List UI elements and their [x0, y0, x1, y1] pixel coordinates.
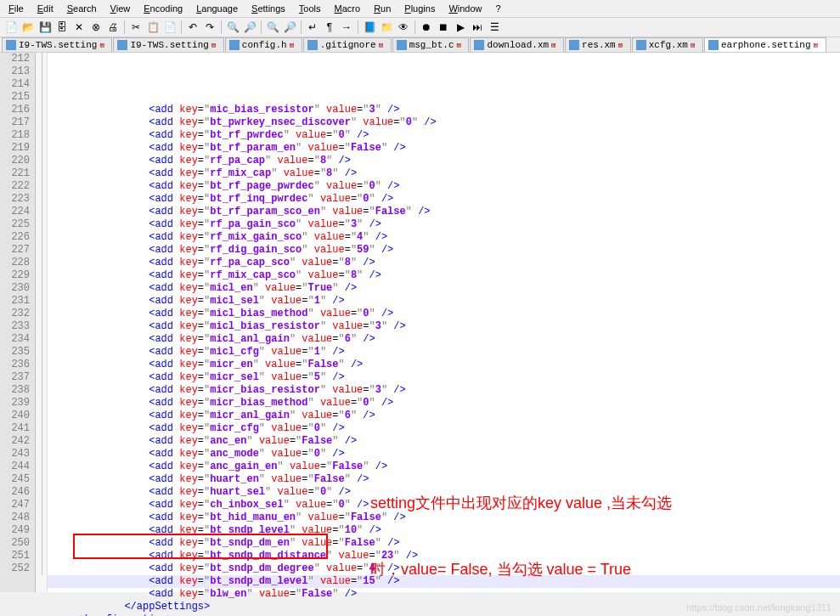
code-line[interactable]: <add key="bt_sndp_dm_distance" value="23…: [48, 550, 840, 562]
code-line[interactable]: <add key="rf_mix_cap" value="8" />: [48, 167, 840, 180]
fold-marker[interactable]: [36, 333, 47, 346]
code-line[interactable]: <add key="micr_bias_method" value="0" />: [48, 397, 840, 410]
code-line[interactable]: <add key="rf_mix_cap_sco" value="8" />: [48, 269, 840, 282]
tab-0[interactable]: I9-TWS.setting⊠: [2, 37, 112, 52]
fold-marker[interactable]: [36, 269, 47, 282]
menu-edit[interactable]: Edit: [32, 2, 59, 15]
fold-marker[interactable]: [36, 308, 47, 320]
open-file-button[interactable]: 📂: [20, 20, 36, 35]
menu-?[interactable]: ?: [491, 2, 506, 15]
fold-marker[interactable]: [36, 206, 47, 218]
tab-close-icon[interactable]: ⊠: [290, 41, 298, 49]
tab-close-icon[interactable]: ⊠: [814, 41, 822, 49]
fold-marker[interactable]: [36, 550, 47, 562]
wrap-button[interactable]: ↵: [305, 20, 320, 35]
menu-run[interactable]: Run: [369, 2, 396, 15]
close-button[interactable]: ✕: [71, 20, 87, 35]
tab-5[interactable]: download.xm⊠: [470, 37, 564, 52]
fold-marker[interactable]: [36, 155, 47, 167]
code-line[interactable]: <add key="micr_bias_resistor" value="3" …: [48, 384, 840, 397]
fold-marker[interactable]: [36, 320, 47, 333]
fold-marker[interactable]: [36, 397, 47, 410]
fold-column[interactable]: [36, 53, 48, 592]
code-line[interactable]: <add key="micr_sel" value="5" />: [48, 371, 840, 384]
tab-7[interactable]: xcfg.xm⊠: [632, 37, 703, 52]
fold-marker[interactable]: [36, 346, 47, 359]
code-line[interactable]: <add key="bt_rf_page_pwrdec" value="0" /…: [48, 180, 840, 193]
fold-marker[interactable]: [36, 448, 47, 461]
record-button[interactable]: ⏺: [419, 20, 434, 35]
fold-marker[interactable]: [36, 53, 47, 65]
fold-marker[interactable]: [36, 78, 47, 91]
code-line[interactable]: <add key="bt_sndp_level" value="10" />: [48, 524, 840, 537]
fold-marker[interactable]: [36, 562, 47, 575]
play-multi-button[interactable]: ⏭: [470, 20, 485, 35]
show-all-button[interactable]: ¶: [322, 20, 337, 35]
save-button[interactable]: 💾: [37, 20, 53, 35]
code-line[interactable]: <add key="rf_pa_gain_sco" value="3" />: [48, 218, 840, 231]
code-line[interactable]: <add key="anc_gain_en" value="False" />: [48, 461, 840, 473]
fold-marker[interactable]: [36, 435, 47, 448]
menu-search[interactable]: Search: [62, 2, 102, 15]
code-line[interactable]: <add key="micr_cfg" value="0" />: [48, 422, 840, 435]
code-line[interactable]: <add key="bt_rf_inq_pwrdec" value="0" />: [48, 193, 840, 206]
menu-settings[interactable]: Settings: [246, 2, 290, 15]
code-line[interactable]: <add key="micr_en" value="False" />: [48, 359, 840, 371]
code-line[interactable]: <add key="bt_hid_manu_en" value="False" …: [48, 511, 840, 524]
menu-language[interactable]: Language: [191, 2, 243, 15]
fold-marker[interactable]: [36, 167, 47, 180]
tab-6[interactable]: res.xm⊠: [565, 37, 631, 52]
code-line[interactable]: <add key="bt_sndp_dm_en" value="False" /…: [48, 537, 840, 550]
tab-1[interactable]: I9-TWS.setting⊠: [113, 37, 223, 52]
fold-marker[interactable]: [36, 282, 47, 295]
tab-8[interactable]: earphone.setting⊠: [704, 37, 826, 52]
fold-marker[interactable]: [36, 524, 47, 537]
code-line[interactable]: <add key="bt_rf_param_en" value="False" …: [48, 142, 840, 155]
copy-button[interactable]: 📋: [145, 20, 161, 35]
stop-record-button[interactable]: ⏹: [436, 20, 451, 35]
fold-marker[interactable]: [36, 422, 47, 435]
fold-marker[interactable]: [36, 116, 47, 129]
code-line[interactable]: <add key="rf_dig_gain_sco" value="59" />: [48, 244, 840, 257]
fold-marker[interactable]: [36, 129, 47, 142]
fold-marker[interactable]: [36, 180, 47, 193]
code-line[interactable]: <add key="rf_pa_cap" value="8" />: [48, 155, 840, 167]
code-line[interactable]: <add key="bt_sndp_dm_degree" value="4" /…: [48, 562, 840, 575]
paste-button[interactable]: 📄: [162, 20, 178, 35]
tab-close-icon[interactable]: ⊠: [551, 41, 560, 49]
code-line[interactable]: <add key="micl_cfg" value="1" />: [48, 346, 840, 359]
code-content[interactable]: setting文件中出现对应的key value ,当未勾选 时，value= …: [48, 53, 840, 592]
fold-marker[interactable]: [36, 231, 47, 244]
cut-button[interactable]: ✂: [128, 20, 144, 35]
code-line[interactable]: <add key="rf_mix_gain_sco" value="4" />: [48, 231, 840, 244]
menu-file[interactable]: File: [3, 2, 29, 15]
menu-plugins[interactable]: Plugins: [399, 2, 440, 15]
tab-close-icon[interactable]: ⊠: [618, 41, 627, 49]
fold-marker[interactable]: [36, 193, 47, 206]
indent-guide-button[interactable]: →: [339, 20, 354, 35]
folder-button[interactable]: 📁: [379, 20, 394, 35]
fold-marker[interactable]: [36, 499, 47, 511]
play-button[interactable]: ▶: [453, 20, 468, 35]
menu-macro[interactable]: Macro: [330, 2, 366, 15]
fold-marker[interactable]: [36, 384, 47, 397]
tab-4[interactable]: msg_bt.c⊠: [392, 37, 470, 52]
fold-marker[interactable]: [36, 473, 47, 486]
tab-close-icon[interactable]: ⊠: [691, 41, 699, 49]
close-all-button[interactable]: ⊗: [88, 20, 104, 35]
code-line[interactable]: <add key="bt_rf_param_sco_en" value="Fal…: [48, 206, 840, 218]
fold-marker[interactable]: [36, 511, 47, 524]
code-line[interactable]: <add key="micl_bias_resistor" value="3" …: [48, 320, 840, 333]
code-line[interactable]: <add key="ch_inbox_sel" value="0" />: [48, 499, 840, 511]
code-line[interactable]: <add key="blw_en" value="False" />: [48, 588, 840, 601]
tab-close-icon[interactable]: ⊠: [99, 41, 108, 49]
new-file-button[interactable]: 📄: [3, 20, 19, 35]
code-line[interactable]: <add key="mic_bias_resistor" value="3" /…: [48, 104, 840, 116]
code-line[interactable]: <add key="micl_bias_method" value="0" />: [48, 308, 840, 320]
fold-marker[interactable]: [36, 218, 47, 231]
menu-view[interactable]: View: [105, 2, 136, 15]
menu-encoding[interactable]: Encoding: [138, 2, 188, 15]
fold-marker[interactable]: [36, 104, 47, 116]
fold-marker[interactable]: [36, 537, 47, 550]
code-line[interactable]: <add key="bt_rf_pwrdec" value="0" />: [48, 129, 840, 142]
